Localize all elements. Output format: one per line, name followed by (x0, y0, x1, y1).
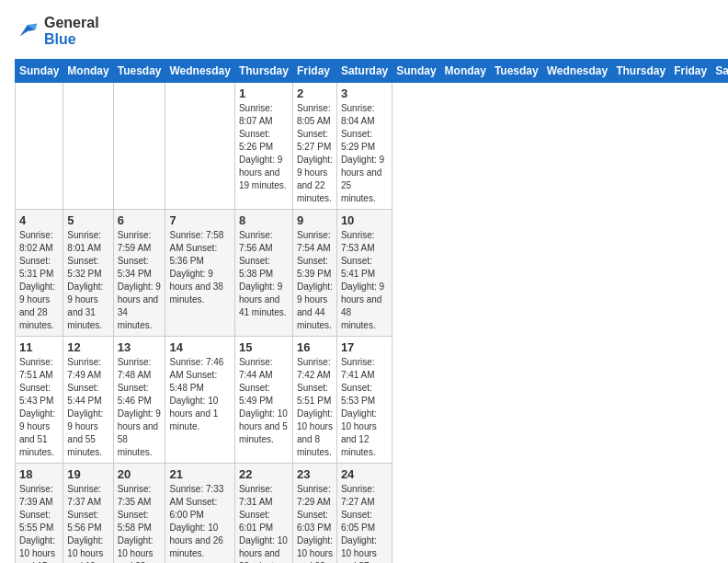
day-number: 20 (118, 467, 162, 481)
calendar-cell: 22Sunrise: 7:31 AM Sunset: 6:01 PM Dayli… (234, 464, 292, 564)
day-number: 23 (297, 467, 333, 481)
day-header-monday: Monday (63, 60, 113, 83)
day-number: 22 (239, 467, 289, 481)
day-info: Sunrise: 7:58 AM Sunset: 5:36 PM Dayligh… (169, 229, 230, 306)
day-header-thursday: Thursday (234, 60, 292, 83)
day-header-tuesday: Tuesday (113, 60, 165, 83)
day-number: 14 (169, 340, 230, 354)
calendar-cell (165, 83, 234, 210)
day-number: 12 (67, 340, 108, 354)
day-number: 2 (297, 86, 333, 100)
calendar-cell: 20Sunrise: 7:35 AM Sunset: 5:58 PM Dayli… (113, 464, 165, 564)
day-number: 9 (297, 213, 333, 227)
day-info: Sunrise: 7:56 AM Sunset: 5:38 PM Dayligh… (239, 229, 289, 319)
day-header-sunday: Sunday (16, 60, 63, 83)
day-info: Sunrise: 7:48 AM Sunset: 5:46 PM Dayligh… (118, 356, 162, 459)
day-header-saturday: Saturday (336, 60, 392, 83)
day-number: 10 (341, 213, 388, 227)
day-info: Sunrise: 7:33 AM Sunset: 6:00 PM Dayligh… (169, 483, 230, 560)
day-header-wednesday: Wednesday (542, 60, 611, 83)
day-info: Sunrise: 7:39 AM Sunset: 5:55 PM Dayligh… (19, 483, 59, 563)
calendar-cell: 7Sunrise: 7:58 AM Sunset: 5:36 PM Daylig… (165, 210, 234, 337)
day-info: Sunrise: 8:01 AM Sunset: 5:32 PM Dayligh… (67, 229, 108, 332)
logo-bird-icon (15, 18, 40, 44)
calendar-cell: 5Sunrise: 8:01 AM Sunset: 5:32 PM Daylig… (63, 210, 113, 337)
calendar-week-4: 18Sunrise: 7:39 AM Sunset: 5:55 PM Dayli… (16, 464, 729, 564)
day-info: Sunrise: 7:49 AM Sunset: 5:44 PM Dayligh… (67, 356, 108, 459)
day-info: Sunrise: 7:54 AM Sunset: 5:39 PM Dayligh… (297, 229, 333, 332)
day-header-saturday: Saturday (711, 60, 728, 83)
calendar-cell: 19Sunrise: 7:37 AM Sunset: 5:56 PM Dayli… (63, 464, 113, 564)
calendar-week-1: 1Sunrise: 8:07 AM Sunset: 5:26 PM Daylig… (16, 83, 729, 210)
day-number: 15 (239, 340, 289, 354)
day-number: 16 (297, 340, 333, 354)
day-info: Sunrise: 7:46 AM Sunset: 5:48 PM Dayligh… (169, 356, 230, 433)
calendar-cell: 8Sunrise: 7:56 AM Sunset: 5:38 PM Daylig… (234, 210, 292, 337)
day-number: 8 (239, 213, 289, 227)
day-info: Sunrise: 7:27 AM Sunset: 6:05 PM Dayligh… (341, 483, 388, 563)
day-number: 7 (169, 213, 230, 227)
calendar-week-3: 11Sunrise: 7:51 AM Sunset: 5:43 PM Dayli… (16, 337, 729, 464)
calendar-week-2: 4Sunrise: 8:02 AM Sunset: 5:31 PM Daylig… (16, 210, 729, 337)
day-header-friday: Friday (292, 60, 336, 83)
calendar-cell: 3Sunrise: 8:04 AM Sunset: 5:29 PM Daylig… (336, 83, 392, 210)
day-number: 11 (19, 340, 59, 354)
day-header-tuesday: Tuesday (490, 60, 542, 83)
day-info: Sunrise: 7:41 AM Sunset: 5:53 PM Dayligh… (341, 356, 388, 459)
calendar-cell: 15Sunrise: 7:44 AM Sunset: 5:49 PM Dayli… (234, 337, 292, 464)
day-info: Sunrise: 8:07 AM Sunset: 5:26 PM Dayligh… (239, 102, 289, 192)
day-info: Sunrise: 8:04 AM Sunset: 5:29 PM Dayligh… (341, 102, 388, 205)
day-info: Sunrise: 7:35 AM Sunset: 5:58 PM Dayligh… (118, 483, 162, 563)
day-info: Sunrise: 8:05 AM Sunset: 5:27 PM Dayligh… (297, 102, 333, 205)
day-number: 4 (19, 213, 59, 227)
calendar-cell: 18Sunrise: 7:39 AM Sunset: 5:55 PM Dayli… (16, 464, 63, 564)
calendar-cell: 24Sunrise: 7:27 AM Sunset: 6:05 PM Dayli… (336, 464, 392, 564)
day-header-monday: Monday (440, 60, 490, 83)
day-info: Sunrise: 7:51 AM Sunset: 5:43 PM Dayligh… (19, 356, 59, 459)
day-number: 1 (239, 86, 289, 100)
day-number: 6 (118, 213, 162, 227)
calendar-cell: 12Sunrise: 7:49 AM Sunset: 5:44 PM Dayli… (63, 337, 113, 464)
calendar-table: SundayMondayTuesdayWednesdayThursdayFrid… (15, 59, 728, 563)
day-number: 3 (341, 86, 388, 100)
calendar-cell: 16Sunrise: 7:42 AM Sunset: 5:51 PM Dayli… (292, 337, 336, 464)
calendar-cell: 1Sunrise: 8:07 AM Sunset: 5:26 PM Daylig… (234, 83, 292, 210)
day-number: 18 (19, 467, 59, 481)
calendar-cell: 11Sunrise: 7:51 AM Sunset: 5:43 PM Dayli… (16, 337, 63, 464)
day-header-wednesday: Wednesday (165, 60, 234, 83)
calendar-cell: 10Sunrise: 7:53 AM Sunset: 5:41 PM Dayli… (336, 210, 392, 337)
day-number: 24 (341, 467, 388, 481)
day-header-thursday: Thursday (612, 60, 670, 83)
calendar-cell: 6Sunrise: 7:59 AM Sunset: 5:34 PM Daylig… (113, 210, 165, 337)
day-header-sunday: Sunday (392, 60, 440, 83)
day-header-friday: Friday (670, 60, 711, 83)
day-number: 21 (169, 467, 230, 481)
calendar-cell: 13Sunrise: 7:48 AM Sunset: 5:46 PM Dayli… (113, 337, 165, 464)
logo: General Blue (15, 15, 99, 48)
day-info: Sunrise: 7:31 AM Sunset: 6:01 PM Dayligh… (239, 483, 289, 563)
day-number: 19 (67, 467, 108, 481)
calendar-cell: 14Sunrise: 7:46 AM Sunset: 5:48 PM Dayli… (165, 337, 234, 464)
day-number: 13 (118, 340, 162, 354)
day-info: Sunrise: 7:53 AM Sunset: 5:41 PM Dayligh… (341, 229, 388, 332)
calendar-cell (63, 83, 113, 210)
calendar-cell: 23Sunrise: 7:29 AM Sunset: 6:03 PM Dayli… (292, 464, 336, 564)
day-number: 17 (341, 340, 388, 354)
day-info: Sunrise: 7:42 AM Sunset: 5:51 PM Dayligh… (297, 356, 333, 459)
calendar-cell (113, 83, 165, 210)
day-info: Sunrise: 7:44 AM Sunset: 5:49 PM Dayligh… (239, 356, 289, 446)
page-header: General Blue (15, 15, 713, 48)
calendar-cell (16, 83, 63, 210)
day-info: Sunrise: 7:29 AM Sunset: 6:03 PM Dayligh… (297, 483, 333, 563)
day-number: 5 (67, 213, 108, 227)
day-info: Sunrise: 7:59 AM Sunset: 5:34 PM Dayligh… (118, 229, 162, 332)
logo-text: General Blue (44, 15, 99, 48)
calendar-cell: 17Sunrise: 7:41 AM Sunset: 5:53 PM Dayli… (336, 337, 392, 464)
calendar-cell: 21Sunrise: 7:33 AM Sunset: 6:00 PM Dayli… (165, 464, 234, 564)
calendar-header-row: SundayMondayTuesdayWednesdayThursdayFrid… (16, 60, 729, 83)
calendar-cell: 9Sunrise: 7:54 AM Sunset: 5:39 PM Daylig… (292, 210, 336, 337)
calendar-cell: 4Sunrise: 8:02 AM Sunset: 5:31 PM Daylig… (16, 210, 63, 337)
day-info: Sunrise: 8:02 AM Sunset: 5:31 PM Dayligh… (19, 229, 59, 332)
calendar-cell: 2Sunrise: 8:05 AM Sunset: 5:27 PM Daylig… (292, 83, 336, 210)
day-info: Sunrise: 7:37 AM Sunset: 5:56 PM Dayligh… (67, 483, 108, 563)
